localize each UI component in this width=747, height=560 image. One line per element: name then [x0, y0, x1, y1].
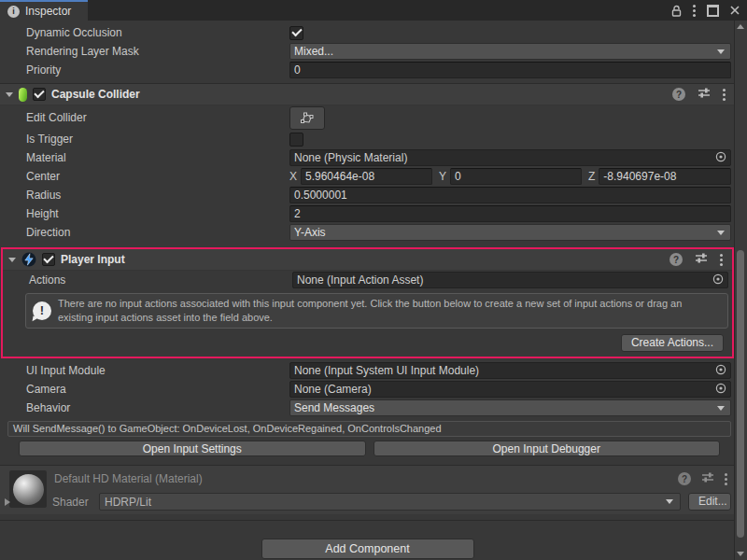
open-input-settings-button[interactable]: Open Input Settings: [19, 441, 366, 456]
priority-label: Priority: [0, 63, 289, 77]
player-input-header[interactable]: Player Input ?: [3, 249, 732, 271]
row-height: Height 2: [0, 204, 735, 223]
capsule-collider-enabled-checkbox[interactable]: [33, 88, 46, 101]
component-menu-icon[interactable]: [723, 93, 726, 96]
row-material: Material None (Physic Material): [0, 148, 735, 167]
material-sphere-icon: [13, 474, 44, 505]
capsule-collider-icon: [19, 88, 27, 102]
direction-value: Y-Axis: [294, 225, 715, 240]
radius-label: Radius: [0, 189, 289, 202]
foldout-open-icon[interactable]: [8, 258, 16, 262]
foldout-open-icon[interactable]: [6, 92, 13, 97]
chevron-down-icon: [666, 499, 673, 504]
height-field[interactable]: 2: [289, 205, 731, 222]
row-priority: Priority 0: [0, 61, 735, 79]
close-icon[interactable]: [730, 6, 740, 15]
capsule-collider-title: Capsule Collider: [51, 88, 140, 101]
center-y-field[interactable]: 0: [450, 168, 582, 185]
material-preview[interactable]: [9, 470, 47, 508]
behavior-label: Behavior: [0, 401, 289, 414]
edit-collider-label: Edit Collider: [0, 111, 289, 124]
row-is-trigger: Is Trigger: [0, 130, 735, 148]
capsule-collider-header[interactable]: Capsule Collider ?: [0, 83, 735, 105]
row-rendering-layer-mask: Rendering Layer Mask Mixed...: [0, 42, 735, 61]
player-input-icon: [21, 252, 36, 267]
object-picker-icon[interactable]: [714, 382, 727, 398]
scrollbar-down-arrow-icon[interactable]: [737, 552, 744, 556]
maximize-icon[interactable]: [707, 5, 719, 17]
add-component-button[interactable]: Add Component: [261, 539, 474, 559]
row-direction: Direction Y-Axis: [0, 223, 735, 242]
row-center: Center X 5.960464e-08 Y 0 Z -8.940697e-0…: [0, 167, 735, 186]
rendering-layer-mask-dropdown[interactable]: Mixed...: [289, 43, 731, 60]
tab-inspector[interactable]: i Inspector: [0, 0, 88, 21]
center-z-axis-label: Z: [588, 170, 595, 183]
foldout-closed-icon[interactable]: [5, 498, 10, 506]
object-picker-icon[interactable]: [714, 363, 727, 379]
row-dynamic-occlusion: Dynamic Occlusion: [0, 23, 735, 42]
shader-dropdown[interactable]: HDRP/Lit: [99, 493, 681, 511]
material-object-field[interactable]: None (Physic Material): [289, 149, 731, 166]
tab-title: Inspector: [25, 5, 71, 18]
component-menu-icon[interactable]: [725, 478, 727, 481]
scrollbar-up-arrow-icon[interactable]: [737, 24, 744, 29]
shader-value: HDRP/Lit: [105, 496, 664, 509]
row-edit-collider: Edit Collider: [0, 105, 735, 130]
rendering-layer-mask-label: Rendering Layer Mask: [0, 45, 289, 58]
no-actions-helpbox: ! There are no input actions associated …: [25, 293, 728, 329]
presets-icon[interactable]: [695, 252, 708, 267]
component-menu-icon[interactable]: [720, 259, 723, 261]
direction-dropdown[interactable]: Y-Axis: [289, 224, 731, 241]
vertical-scrollbar[interactable]: [734, 21, 747, 560]
camera-value: None (Camera): [294, 382, 714, 397]
warning-icon: !: [33, 301, 51, 320]
send-message-info-box: Will SendMessage() to GameObject: OnDevi…: [7, 421, 731, 437]
priority-field[interactable]: 0: [289, 62, 731, 78]
actions-label: Actions: [3, 273, 292, 287]
window-menu-icon[interactable]: [693, 9, 696, 12]
is-trigger-label: Is Trigger: [0, 133, 289, 146]
center-y-axis-label: Y: [439, 170, 446, 183]
center-x-field[interactable]: 5.960464e-08: [301, 168, 432, 185]
chevron-down-icon: [717, 406, 725, 411]
row-camera: Camera None (Camera): [0, 380, 735, 399]
behavior-value: Send Messages: [294, 400, 715, 415]
actions-value: None (Input Action Asset): [297, 273, 712, 287]
is-trigger-checkbox[interactable]: [289, 133, 303, 147]
presets-icon[interactable]: [701, 471, 714, 486]
open-input-debugger-button[interactable]: Open Input Debugger: [374, 441, 721, 456]
help-icon[interactable]: ?: [678, 472, 691, 485]
material-label: Material: [0, 151, 289, 164]
help-icon[interactable]: ?: [669, 253, 683, 266]
material-value: None (Physic Material): [294, 150, 714, 165]
object-picker-icon[interactable]: [714, 150, 727, 166]
chevron-down-icon: [717, 49, 725, 54]
help-icon[interactable]: ?: [672, 88, 685, 101]
lock-icon[interactable]: [671, 5, 682, 17]
camera-object-field[interactable]: None (Camera): [289, 381, 731, 398]
behavior-dropdown[interactable]: Send Messages: [289, 399, 731, 416]
chevron-down-icon: [717, 231, 725, 235]
row-radius: Radius 0.5000001: [0, 186, 735, 204]
presets-icon[interactable]: [698, 87, 711, 102]
player-input-highlight: Player Input ? Actions None (Input Actio…: [1, 247, 734, 358]
window-tab-bar: i Inspector: [0, 0, 747, 21]
center-z-field[interactable]: -8.940697e-08: [599, 168, 731, 185]
row-actions: Actions None (Input Action Asset): [3, 271, 732, 289]
edit-collider-button[interactable]: [289, 106, 325, 130]
player-input-title: Player Input: [61, 253, 125, 266]
ui-input-module-object-field[interactable]: None (Input System UI Input Module): [289, 362, 731, 379]
object-picker-icon[interactable]: [712, 273, 725, 288]
create-actions-button[interactable]: Create Actions...: [621, 334, 724, 352]
ui-input-module-label: UI Input Module: [0, 364, 289, 377]
edit-collider-icon: [299, 111, 316, 125]
radius-field[interactable]: 0.5000001: [289, 187, 731, 203]
shader-edit-button[interactable]: Edit...: [688, 493, 731, 511]
inspector-panel: Dynamic Occlusion Rendering Layer Mask M…: [0, 21, 735, 560]
camera-label: Camera: [0, 383, 289, 396]
scrollbar-thumb[interactable]: [737, 250, 744, 538]
dynamic-occlusion-label: Dynamic Occlusion: [0, 26, 289, 39]
actions-object-field[interactable]: None (Input Action Asset): [292, 272, 728, 288]
dynamic-occlusion-checkbox[interactable]: [289, 26, 303, 40]
player-input-enabled-checkbox[interactable]: [42, 253, 55, 266]
